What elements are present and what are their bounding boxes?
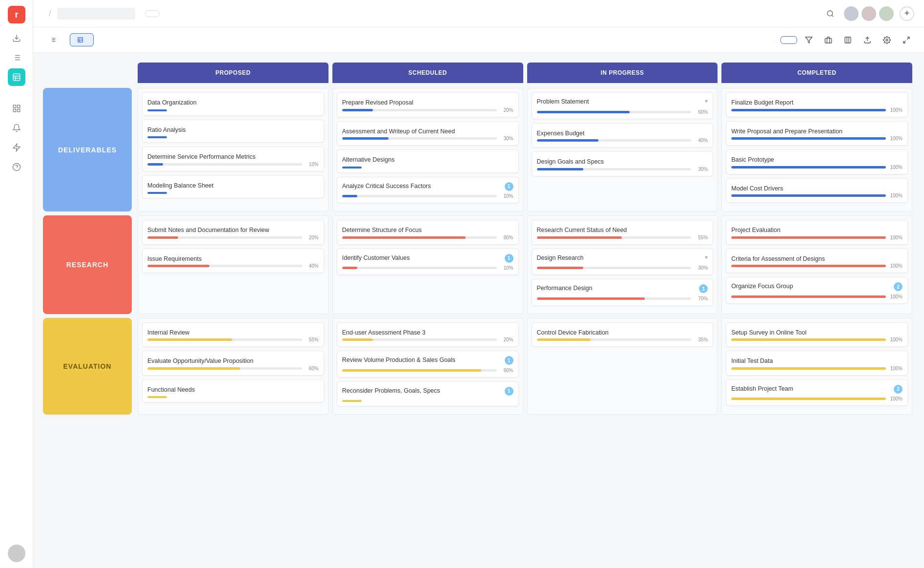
sidebar: r [0, 0, 33, 568]
badge: 1 [505, 182, 513, 191]
card[interactable]: Issue Requirements40% [142, 249, 324, 273]
svg-line-39 [907, 37, 909, 40]
card[interactable]: Design Goals and Specs30% [532, 151, 714, 176]
card[interactable]: Initial Test Data100% [726, 351, 908, 376]
swimlane-grid: PROPOSEDSCHEDULEDIN PROGRESSCOMPLETEDDEL… [43, 63, 914, 417]
sidebar-person-icon[interactable] [8, 100, 25, 117]
group-icon[interactable] [821, 32, 836, 48]
progress-pct: 35% [694, 337, 708, 342]
card[interactable]: Performance Design170% [532, 279, 714, 306]
add-item-button[interactable] [780, 36, 797, 44]
settings-icon[interactable] [879, 32, 895, 48]
card-title: Functional Needs [147, 386, 195, 393]
card[interactable]: Establish Project Team2100% [726, 379, 908, 406]
progress-pct: 100% [889, 396, 903, 401]
badge: 1 [505, 356, 513, 365]
user-avatar[interactable] [8, 545, 25, 562]
progress-bar [147, 236, 302, 239]
card[interactable]: Modeling Balance Sheet [142, 175, 324, 199]
card[interactable]: Ratio Analysis [142, 120, 324, 143]
card[interactable]: Problem Statement▾60% [532, 92, 714, 119]
card-title: Research Current Status of Need [537, 227, 627, 233]
view-button[interactable] [145, 10, 160, 17]
badge: 1 [505, 254, 513, 263]
svg-text:r: r [15, 10, 18, 20]
sidebar-download-icon[interactable] [8, 29, 25, 47]
card[interactable]: Research Current Status of Need55% [532, 220, 714, 245]
progress-bar [147, 338, 302, 341]
filter-icon[interactable] [801, 32, 817, 48]
sidebar-bell-icon[interactable] [8, 119, 25, 137]
progress-pct: 60% [694, 109, 708, 115]
card[interactable]: Project Evaluation100% [726, 220, 908, 245]
dropdown-icon[interactable]: ▾ [705, 98, 708, 105]
progress-bar [537, 236, 692, 239]
row-label-research: RESEARCH [43, 215, 132, 314]
card-title: Prepare Revised Proposal [342, 99, 413, 106]
fullscreen-icon[interactable] [899, 32, 914, 48]
progress-bar [342, 137, 497, 140]
svg-point-38 [886, 39, 888, 41]
card-title: Basic Prototype [731, 156, 774, 163]
svg-marker-17 [13, 144, 20, 151]
toolbar [33, 27, 924, 53]
app-logo[interactable]: r [8, 6, 25, 23]
card[interactable]: Analyze Critical Success Factors110% [337, 177, 519, 204]
sidebar-roadmap-icon[interactable] [8, 68, 25, 86]
svg-rect-13 [13, 105, 16, 107]
tab-swimlane[interactable] [70, 33, 94, 46]
sidebar-lightning-icon[interactable] [8, 139, 25, 156]
sidebar-help-icon[interactable] [8, 158, 25, 176]
add-user-button[interactable]: + [900, 6, 914, 21]
card[interactable]: Write Proposal and Prepare Presentation1… [726, 121, 908, 146]
row-label-evaluation: EVALUATION [43, 318, 132, 415]
card[interactable]: Functional Needs [142, 379, 324, 403]
progress-bar [731, 338, 886, 341]
card[interactable]: Determine Structure of Focus80% [337, 220, 519, 245]
card[interactable]: Criteria for Assessment of Designs100% [726, 249, 908, 273]
card[interactable]: End-user Assessment Phase 320% [337, 322, 519, 347]
progress-pct: 40% [305, 263, 319, 269]
search-icon[interactable] [822, 6, 838, 21]
card[interactable]: Organize Focus Group2100% [726, 277, 908, 304]
card[interactable]: Model Cost Drivers100% [726, 178, 908, 203]
progress-pct: 10% [500, 193, 513, 199]
card[interactable]: Evaluate Opportunity/Value Proposition60… [142, 351, 324, 376]
card[interactable]: Review Volume Production & Sales Goals19… [337, 351, 519, 378]
card[interactable]: Data Organization [142, 92, 324, 116]
card-title: Modeling Balance Sheet [147, 182, 214, 189]
card-title: Submit Notes and Documentation for Revie… [147, 227, 269, 233]
card-title: Issue Requirements [147, 255, 202, 262]
card[interactable]: Internal Review55% [142, 322, 324, 347]
cell-evaluation-inprogress: Control Device Fabrication35% [527, 318, 718, 415]
card[interactable]: Submit Notes and Documentation for Revie… [142, 220, 324, 245]
card[interactable]: Determine Service Performance Metrics10% [142, 147, 324, 171]
columns-icon[interactable] [840, 32, 856, 48]
svg-rect-34 [845, 37, 851, 43]
card-title: Evaluate Opportunity/Value Proposition [147, 358, 253, 364]
progress-pct: 10% [305, 162, 319, 167]
card-title: Assessment and Writeup of Current Need [342, 128, 455, 135]
sidebar-list-icon[interactable] [8, 49, 25, 66]
card[interactable]: Finalize Budget Report100% [726, 92, 908, 117]
progress-pct: 100% [889, 337, 903, 342]
swimlane-container: PROPOSEDSCHEDULEDIN PROGRESSCOMPLETEDDEL… [33, 53, 924, 568]
export-icon[interactable] [860, 32, 875, 48]
tab-items[interactable] [43, 34, 66, 46]
card[interactable]: Reconsider Problems, Goals, Specs1 [337, 381, 519, 407]
card[interactable]: Control Device Fabrication35% [532, 322, 714, 347]
dropdown-icon[interactable]: ▾ [705, 254, 708, 261]
svg-line-40 [903, 41, 906, 43]
progress-pct: 100% [889, 107, 903, 113]
card[interactable]: Alternative Designs [337, 149, 519, 173]
card[interactable]: Assessment and Writeup of Current Need30… [337, 121, 519, 146]
svg-rect-33 [825, 38, 831, 42]
card[interactable]: Prepare Revised Proposal20% [337, 92, 519, 117]
progress-pct: 70% [694, 296, 708, 301]
card[interactable]: Identify Customer Values110% [337, 249, 519, 275]
progress-pct: 55% [305, 337, 319, 342]
card[interactable]: Setup Survey in Online Tool100% [726, 322, 908, 347]
card[interactable]: Expenses Budget40% [532, 123, 714, 148]
card[interactable]: Basic Prototype100% [726, 149, 908, 174]
card[interactable]: Design Research▾30% [532, 249, 714, 275]
